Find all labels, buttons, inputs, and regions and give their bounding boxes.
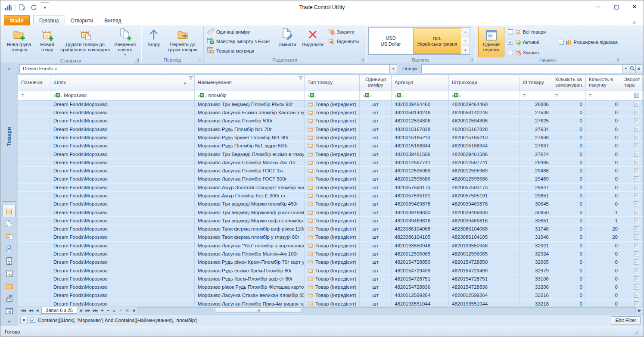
- name-cell[interactable]: Морозиво Ажур Золотий стандарт пломбір в…: [195, 184, 305, 191]
- column-header[interactable]: Id товару: [520, 75, 552, 90]
- type-cell[interactable]: Товар (Інгредієнт): [305, 275, 360, 283]
- table-row[interactable]: Dream Foods\МорозивоМорозиво Рудь ескімо…: [18, 266, 644, 275]
- type-cell[interactable]: Товар (Інгредієнт): [305, 192, 360, 200]
- barcode-cell[interactable]: 4820193550948: [449, 242, 520, 250]
- qty-default-cell[interactable]: 0: [552, 233, 586, 241]
- type-cell[interactable]: Товар (Інгредієнт): [305, 242, 360, 250]
- qty-pack-cell[interactable]: 0: [586, 167, 621, 175]
- sidebar-collapse-icon[interactable]: ▾: [8, 317, 10, 326]
- barcode-cell[interactable]: 4820057595191: [449, 192, 520, 200]
- id-cell[interactable]: 33106: [520, 275, 552, 283]
- barcode-cell[interactable]: 4820039464460: [449, 100, 520, 108]
- unit-cell[interactable]: шт: [360, 159, 392, 166]
- id-cell[interactable]: 32965: [520, 258, 552, 266]
- barcode-cell[interactable]: 4820154728850: [449, 258, 520, 266]
- qty-default-cell[interactable]: 0: [552, 275, 586, 283]
- qty-pack-cell[interactable]: 0: [586, 109, 621, 116]
- qty-default-cell[interactable]: 0: [552, 225, 586, 233]
- barcode-cell[interactable]: 4823086104105: [449, 233, 520, 241]
- tare-checkbox[interactable]: [634, 284, 639, 290]
- type-cell[interactable]: Товар (Інгредієнт): [305, 159, 360, 166]
- sidebar-item-folders[interactable]: [3, 280, 16, 292]
- tare-cell[interactable]: [621, 175, 643, 183]
- filter-value[interactable]: Морозиво: [64, 93, 87, 98]
- name-cell[interactable]: Морозиво Ласунка Пломбір ГОСТ 500г: [195, 175, 305, 183]
- table-row[interactable]: Dream Foods\МорозивоМорозиво Ласунка Пло…: [18, 175, 644, 183]
- nav-next-icon[interactable]: ▶: [79, 309, 84, 312]
- filter-funnel-icon[interactable]: [299, 76, 303, 81]
- path-cell[interactable]: Dream Foods\Морозиво: [50, 233, 195, 241]
- minimize-button[interactable]: ─: [589, 0, 607, 12]
- qty-pack-cell[interactable]: 0: [586, 159, 621, 166]
- barcode-cell[interactable]: 4820012595969: [449, 167, 520, 175]
- name-cell[interactable]: Морозиво Ласунка Ескімо пломбір Каштан з…: [195, 109, 305, 116]
- path-cell[interactable]: Dream Foods\Морозиво: [50, 175, 195, 183]
- qty-default-cell[interactable]: 0: [552, 159, 586, 166]
- close-button[interactable]: ✕: [625, 0, 644, 12]
- sku-cell[interactable]: 4820039469878: [392, 200, 449, 208]
- name-cell[interactable]: Морозиво Ласунка Пломбір Малюк-Ам 100г: [195, 250, 305, 258]
- path-cell[interactable]: Dream Foods\Морозиво: [50, 258, 195, 266]
- filter-checkbox[interactable]: [634, 93, 639, 98]
- single-list-toggle-button[interactable]: Єдиний перелік: [478, 27, 504, 57]
- qty-default-cell[interactable]: 0: [552, 100, 586, 108]
- sidebar-item-document-list[interactable]: [3, 267, 16, 280]
- search-icon[interactable]: [629, 64, 636, 73]
- filter-cell[interactable]: аBс: [360, 90, 392, 100]
- filter-cell[interactable]: аBс: [392, 90, 449, 100]
- qty-default-cell[interactable]: 0: [552, 175, 586, 183]
- type-cell[interactable]: Товар (Інгредієнт): [305, 266, 360, 274]
- barcode-cell[interactable]: 4820039469878: [449, 200, 520, 208]
- sku-cell[interactable]: 4820039469830: [392, 208, 449, 216]
- filter-funnel-icon[interactable]: [189, 76, 193, 81]
- qty-pack-cell[interactable]: 20: [586, 225, 621, 233]
- sku-cell[interactable]: 4820154728836: [392, 283, 449, 291]
- qty-pack-cell[interactable]: 1: [586, 208, 621, 216]
- table-row[interactable]: Dream Foods\МорозивоМорозиво Три ведмеді…: [18, 217, 644, 225]
- sku-cell[interactable]: 4820057593173: [392, 184, 449, 191]
- tare-checkbox[interactable]: [634, 135, 639, 140]
- path-cell[interactable]: Dream Foods\Морозиво: [50, 100, 195, 108]
- qty-default-cell[interactable]: 0: [552, 117, 586, 125]
- id-cell[interactable]: 27637: [520, 142, 552, 150]
- delete-button[interactable]: Видалити: [299, 26, 327, 56]
- tare-checkbox[interactable]: [634, 176, 639, 181]
- tab-view[interactable]: Вигляд: [99, 16, 127, 25]
- table-row[interactable]: Dream Foods\МорозивоМорозиво Ласунка Ста…: [18, 291, 644, 300]
- name-cell[interactable]: Морозиво Твоя ферма пломбір у глазурі 80…: [195, 233, 305, 241]
- hscroll-left-icon[interactable]: ◀: [131, 309, 136, 312]
- qty-pack-cell[interactable]: 0: [586, 100, 621, 108]
- sku-cell[interactable]: 4823086104105: [392, 233, 449, 241]
- nav-end-edit-icon[interactable]: ✓: [117, 308, 124, 313]
- tare-checkbox[interactable]: [634, 102, 639, 107]
- column-header[interactable]: Найменування: [195, 75, 305, 90]
- qty-default-cell[interactable]: 0: [552, 217, 586, 225]
- new-document-icon[interactable]: [18, 3, 27, 12]
- sku-cell[interactable]: 4820012595969: [392, 167, 449, 175]
- qty-default-cell[interactable]: 0: [552, 242, 586, 250]
- qty-default-cell[interactable]: 0: [552, 142, 586, 150]
- nav-edit-icon[interactable]: ▲: [111, 309, 118, 312]
- filter-cell[interactable]: =: [552, 90, 586, 100]
- tare-cell[interactable]: [621, 184, 643, 191]
- marker-cell[interactable]: [18, 283, 50, 291]
- table-row[interactable]: Dream Foods\МорозивоМорозиво Рудь ріжок …: [18, 258, 644, 266]
- tare-checkbox[interactable]: [634, 218, 639, 223]
- tare-checkbox[interactable]: [634, 226, 639, 231]
- filter-value[interactable]: пломбір: [208, 93, 227, 98]
- type-cell[interactable]: Товар (Інгредієнт): [305, 134, 360, 141]
- name-cell[interactable]: Морозиво Три ведмеді Пломбір Ріжок 90г: [195, 100, 305, 108]
- sidebar-item-calendar[interactable]: [3, 305, 16, 317]
- barcode-cell[interactable]: 4820058140246: [449, 109, 520, 116]
- table-row[interactable]: Dream Foods\МорозивоМорозиво Три ведмеді…: [18, 200, 644, 208]
- nav-next-page-icon[interactable]: ▶▶: [84, 309, 91, 312]
- name-cell[interactable]: Морозиво Три ведмеді Моржо ваф.ст.пломбі…: [195, 217, 305, 225]
- tare-checkbox[interactable]: [634, 143, 639, 148]
- tare-checkbox[interactable]: [634, 152, 639, 157]
- marker-cell[interactable]: [18, 142, 50, 150]
- type-cell[interactable]: Товар (Інгредієнт): [305, 283, 360, 291]
- unit-cell[interactable]: шт: [360, 167, 392, 175]
- sku-cell[interactable]: 4820012595686: [392, 175, 449, 183]
- column-header[interactable]: Кількість в пакунку: [586, 75, 621, 90]
- table-row[interactable]: Dream Foods\МорозивоМорозиво Ласунка Пло…: [18, 167, 644, 175]
